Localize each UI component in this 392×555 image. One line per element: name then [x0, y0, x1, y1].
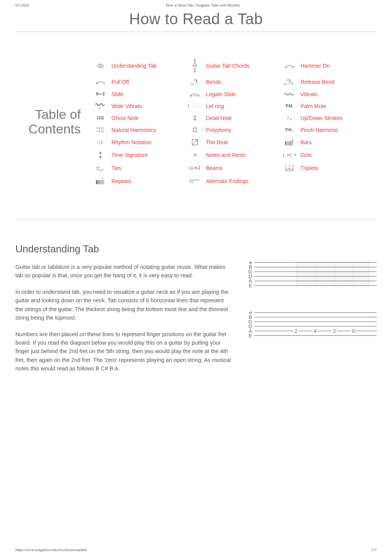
title-divider — [15, 32, 377, 32]
footer-page: 1/7 — [372, 548, 377, 552]
toc-link-slide[interactable]: Slide — [111, 91, 184, 97]
svg-text:1: 1 — [285, 65, 287, 68]
repeats-icon: 7 — [92, 177, 108, 185]
svg-line-1 — [103, 67, 103, 68]
toc-link-up-down-strokes[interactable]: Up/Down Strokes — [301, 115, 373, 121]
toc-link-notes-and-rests[interactable]: Notes and Rests — [206, 152, 278, 158]
fret-number: 2 — [293, 328, 298, 333]
svg-text:4: 4 — [292, 139, 293, 142]
legato-slide-icon: 9⁓2 — [187, 91, 203, 97]
page-title: How to Read a Tab — [0, 10, 392, 28]
triplets-icon: 1233 — [281, 164, 297, 172]
wide-vibrato-icon: 7 — [92, 103, 108, 110]
eye-icon — [92, 63, 108, 68]
notes-rests-icon: 𝄽 𝄾 — [187, 152, 203, 158]
print-header: 6/5/2020 How to Read Tab | Songsterr Tab… — [0, 0, 392, 7]
pinch-harmonic-icon: P.H.- — [281, 128, 297, 132]
fret-shade — [335, 261, 352, 287]
toc-link-rhythm-notation[interactable]: Rhythm Notation — [111, 139, 184, 145]
bars-icon: 4 — [281, 139, 297, 146]
fret-shade — [353, 261, 369, 287]
toc-link-natural-harmonics[interactable]: Natural Harmonics — [111, 127, 184, 133]
toc-link-let-ring[interactable]: Let ring — [206, 103, 278, 109]
toc-link-polyphony[interactable]: Polyphony — [206, 127, 278, 133]
toc-grid: Understanding Tab 0 2 3 0 2 3 Guitar Tab… — [92, 59, 373, 185]
tab-string-line — [254, 335, 377, 336]
toc-link-palm-mute[interactable]: Palm Mute — [301, 103, 373, 109]
fret-shade — [316, 261, 334, 287]
toc-link-bars[interactable]: Bars — [301, 139, 373, 145]
toc-link-ghost-note[interactable]: Ghost Note — [111, 115, 184, 121]
ties-icon: 16 — [92, 165, 108, 171]
table-of-contents: Table of Contents Understanding Tab 0 2 … — [0, 47, 392, 197]
svg-text:1: 1 — [103, 82, 105, 85]
svg-point-42 — [99, 182, 100, 183]
toc-link-guitar-tab-chords[interactable]: Guitar Tab Chords — [206, 63, 278, 69]
toc-link-pull-off[interactable]: Pull Off — [111, 79, 184, 85]
let-ring-icon: | - - - — [187, 104, 203, 108]
pull-off-icon: 21 — [92, 79, 108, 85]
svg-text:2: 2 — [289, 165, 290, 167]
natural-harmonics-icon: 1212 — [92, 127, 108, 133]
svg-text:7: 7 — [99, 107, 101, 110]
svg-text:1: 1 — [285, 165, 286, 167]
toc-link-hammer-on[interactable]: Hammer On — [301, 63, 373, 69]
svg-text:12: 12 — [101, 127, 104, 130]
toc-link-legato-slide[interactable]: Legato Slide — [206, 91, 278, 97]
toc-link-repeats[interactable]: Repeats — [111, 178, 184, 184]
svg-text:3: 3 — [289, 170, 290, 172]
tab-string-line — [254, 317, 377, 317]
svg-text:2: 2 — [96, 82, 98, 85]
tab-diagram-neck: e B G D A E — [246, 262, 377, 285]
toc-link-wide-vibrato[interactable]: Wide Vibrato — [111, 103, 184, 109]
toc-link-dead-note[interactable]: Dead Note — [206, 115, 278, 121]
tab-diagram-frets: e B G D A E 2 4 2 0 — [246, 312, 377, 335]
section-text: Understanding Tab Guitar tab or tablatur… — [15, 243, 233, 381]
svg-text:3: 3 — [292, 165, 294, 167]
footer-url: https://www.songsterr.com/a/wa/howtoread… — [15, 548, 87, 552]
fret-number: 0 — [351, 328, 356, 333]
alternate-endings-icon: 2 — [187, 179, 203, 183]
svg-text:9: 9 — [190, 94, 192, 97]
tab-string-line — [254, 312, 377, 313]
svg-text:12: 12 — [101, 130, 104, 133]
polyphony-icon: 2 2 3 3 — [187, 127, 203, 133]
dots-icon: |.=|.+ — [281, 153, 297, 157]
svg-text:16: 16 — [96, 166, 100, 169]
fret-number: 4 — [312, 328, 317, 333]
svg-text:2: 2 — [191, 180, 193, 183]
toc-link-ties[interactable]: Ties — [111, 165, 184, 171]
toc-link-understanding-tab[interactable]: Understanding Tab — [111, 63, 184, 69]
toc-link-the-beat[interactable]: The Beat — [206, 139, 278, 145]
toc-link-alternate-endings[interactable]: Alternate Endings — [206, 178, 278, 184]
release-bend-icon: 1/214 — [281, 78, 297, 86]
svg-point-41 — [99, 181, 100, 182]
section-divider — [15, 220, 377, 220]
chords-icon: 0 2 3 0 2 3 — [187, 59, 203, 73]
section-paragraph: Numbers are then placed on these lines t… — [15, 330, 233, 373]
beat-icon — [187, 139, 203, 146]
toc-link-pinch-harmonic[interactable]: Pinch Harmonic — [301, 127, 373, 133]
toc-link-release-bend[interactable]: Release Bend — [301, 79, 373, 85]
toc-link-beams[interactable]: Beams — [206, 165, 278, 171]
toc-link-bends[interactable]: Bends — [206, 79, 278, 85]
toc-link-triplets[interactable]: Triplets — [301, 165, 373, 171]
svg-text:⁓: ⁓ — [193, 93, 197, 97]
print-date: 6/5/2020 — [15, 3, 29, 7]
print-footer: https://www.songsterr.com/a/wa/howtoread… — [15, 548, 377, 552]
vibrato-icon — [281, 92, 297, 96]
slide-icon: 9⁓2 — [92, 92, 108, 96]
ghost-note-icon: (13) — [92, 116, 108, 120]
bend-icon: 1/214 — [187, 78, 203, 86]
section-figures: e B G D A E e B — [246, 243, 377, 381]
toc-link-vibrato[interactable]: Vibrato — [301, 91, 373, 97]
rhythm-notation-icon: | |.L — [92, 140, 108, 144]
toc-link-time-signature[interactable]: Time Signature — [111, 152, 184, 158]
toc-link-dots[interactable]: Dots — [301, 152, 373, 158]
fret-shade — [296, 261, 315, 287]
svg-point-0 — [100, 65, 101, 67]
hammer-on-icon: 12 — [281, 63, 297, 68]
print-title: How to Read Tab | Songsterr Tabs with Rh… — [166, 3, 239, 7]
svg-text:14: 14 — [191, 83, 194, 85]
tab-string-line — [254, 322, 377, 322]
